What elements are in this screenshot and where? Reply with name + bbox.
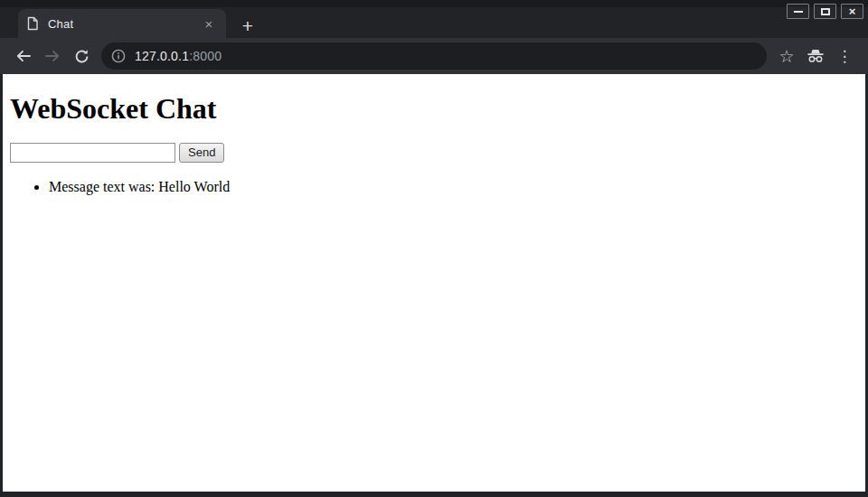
bookmark-button[interactable]: ☆ — [774, 43, 799, 69]
arrow-right-icon — [44, 49, 61, 63]
maximize-icon — [821, 8, 830, 15]
browser-toolbar: 127.0.0.1:8000 ☆ ⋮ — [0, 38, 868, 74]
window-controls: × — [787, 4, 863, 19]
url-host: 127.0.0.1 — [135, 49, 189, 63]
message-form: Send — [10, 143, 858, 163]
window-minimize-button[interactable] — [787, 4, 809, 19]
url-bar[interactable]: 127.0.0.1:8000 — [101, 42, 767, 70]
minimize-icon — [794, 11, 803, 13]
page-content: WebSocket Chat Send Message text was: He… — [3, 74, 865, 492]
page-title: WebSocket Chat — [10, 92, 858, 126]
url-port: :8000 — [189, 49, 222, 63]
site-info-icon[interactable] — [111, 49, 126, 63]
new-tab-button[interactable]: + — [235, 13, 260, 38]
kebab-menu-icon: ⋮ — [837, 49, 853, 64]
browser-window: Chat × + × — [0, 0, 868, 497]
arrow-left-icon — [15, 49, 32, 63]
menu-button[interactable]: ⋮ — [832, 43, 857, 69]
message-list: Message text was: Hello World — [10, 178, 858, 195]
page-frame: WebSocket Chat Send Message text was: He… — [0, 74, 868, 497]
tab-bar: Chat × + × — [0, 0, 868, 38]
message-item: Message text was: Hello World — [49, 178, 858, 195]
reload-icon — [74, 49, 90, 64]
close-icon: × — [849, 5, 856, 17]
tab-close-icon[interactable]: × — [201, 15, 217, 32]
back-button[interactable] — [11, 43, 36, 69]
star-icon: ☆ — [778, 48, 794, 65]
reload-button[interactable] — [69, 43, 94, 69]
tab-title: Chat — [48, 17, 201, 31]
send-button[interactable]: Send — [179, 143, 224, 163]
forward-button[interactable] — [40, 43, 65, 69]
window-maximize-button[interactable] — [814, 4, 836, 19]
page-favicon-icon — [26, 16, 39, 31]
incognito-icon — [806, 49, 826, 63]
tab-chat[interactable]: Chat × — [18, 9, 226, 38]
url-text: 127.0.0.1:8000 — [135, 49, 222, 63]
incognito-indicator — [803, 43, 828, 69]
window-close-button[interactable]: × — [841, 4, 863, 19]
message-input[interactable] — [10, 143, 175, 163]
